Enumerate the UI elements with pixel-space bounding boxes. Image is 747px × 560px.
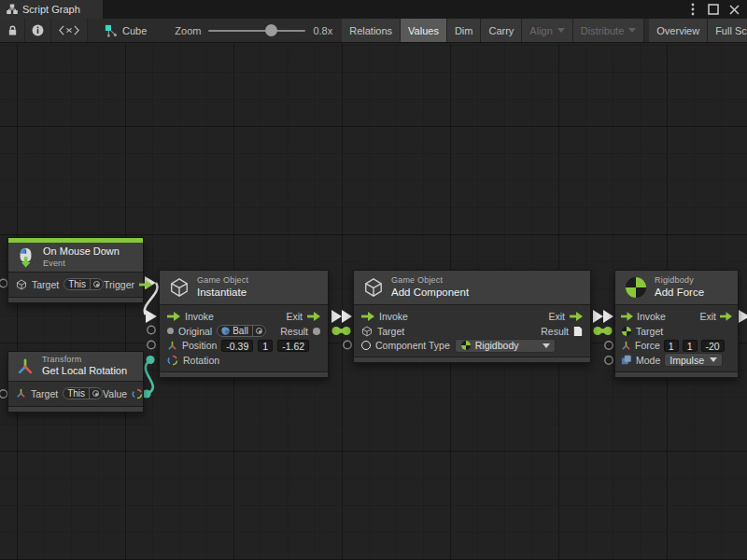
graph-toolbar: Cube Zoom 0.8x Relations Values Dim Carr…: [0, 19, 747, 43]
node-footer: [8, 297, 143, 302]
tab-script-graph[interactable]: Script Graph: [0, 0, 103, 19]
info-icon: [32, 24, 44, 36]
value-label: Value: [103, 388, 127, 399]
window-close-button[interactable]: [726, 2, 741, 17]
window-maximize-button[interactable]: [706, 2, 721, 17]
overview-button[interactable]: Overview: [649, 19, 708, 42]
transform-icon: [16, 388, 26, 399]
target-object-chip[interactable]: This: [63, 278, 104, 290]
flow-arrow-icon[interactable]: [570, 312, 583, 321]
node-add-force[interactable]: Rigidbody Add Force Invoke Exit: [614, 270, 739, 378]
rotation-label: Rotation: [183, 355, 219, 366]
node-get-local-rotation[interactable]: Transform Get Local Rotation Target This: [7, 351, 144, 413]
code-icon: [59, 25, 79, 35]
game-object-icon: [16, 279, 27, 290]
wire-result-to-target-2[interactable]: [598, 329, 608, 333]
object-picker-icon[interactable]: [90, 279, 103, 289]
code-view-button[interactable]: [51, 19, 88, 42]
node-footer: [8, 406, 143, 412]
component-type-value: Rigidbody: [475, 340, 519, 351]
wire-invoke-add-force[interactable]: [603, 310, 613, 323]
exit-label: Exit: [548, 311, 565, 322]
node-category: Game Object: [391, 275, 469, 286]
node-add-component[interactable]: Game Object Add Component Invoke Exit: [353, 270, 591, 363]
full-screen-button[interactable]: Full Screen: [708, 19, 747, 42]
zoom-slider-track[interactable]: [208, 30, 305, 32]
flow-arrow-icon[interactable]: [361, 312, 374, 321]
zoom-slider-handle[interactable]: [265, 24, 277, 36]
graph-canvas[interactable]: On Mouse Down Event Target This Trigger: [0, 44, 747, 560]
exit-label: Exit: [699, 311, 716, 322]
force-z-field[interactable]: -20: [701, 340, 725, 352]
wire-exit-add-force[interactable]: [739, 310, 747, 323]
flow-arrow-icon[interactable]: [307, 312, 320, 321]
trigger-label: Trigger: [104, 279, 134, 290]
position-z-field[interactable]: -1.62: [277, 340, 309, 352]
type-port-icon[interactable]: [361, 341, 371, 350]
object-picker-icon[interactable]: [252, 326, 265, 336]
carry-button[interactable]: Carry: [481, 19, 522, 42]
node-instantiate[interactable]: Game Object Instantiate Invoke Exit: [159, 270, 329, 378]
document-icon[interactable]: [573, 326, 583, 337]
node-title: On Mouse Down: [43, 245, 120, 259]
flow-arrow-icon[interactable]: [720, 312, 732, 321]
object-picker-icon[interactable]: [89, 388, 102, 399]
node-title: Get Local Rotation: [42, 365, 127, 378]
zoom-control: Zoom 0.8x: [156, 19, 342, 42]
graph-hierarchy-icon: [7, 4, 18, 15]
flow-arrow-icon[interactable]: [167, 312, 180, 321]
port-add-force-mode[interactable]: [605, 357, 613, 364]
transform-icon: [16, 357, 35, 376]
invoke-label: Invoke: [637, 311, 666, 322]
wire-invoke-add-component[interactable]: [342, 310, 352, 323]
dim-button[interactable]: Dim: [447, 19, 482, 42]
port-result-out-2[interactable]: [593, 327, 601, 335]
value-port-icon[interactable]: [167, 328, 174, 334]
target-value: This: [63, 388, 89, 399]
wire-exit-instantiate[interactable]: [331, 310, 342, 323]
node-on-mouse-down[interactable]: On Mouse Down Event Target This Trigger: [7, 237, 144, 303]
flow-arrow-icon[interactable]: [139, 280, 152, 289]
port-rotation-in[interactable]: [146, 356, 154, 364]
port-on-mouse-down-target[interactable]: [0, 279, 7, 287]
distribute-label: Distribute: [581, 25, 624, 36]
target-label: Target: [636, 326, 663, 337]
port-instantiate-original[interactable]: [148, 326, 155, 333]
values-button[interactable]: Values: [401, 19, 447, 42]
align-dropdown-button[interactable]: Align: [522, 19, 572, 42]
window-menu-button[interactable]: [685, 2, 700, 17]
target-object-chip[interactable]: This: [63, 387, 103, 399]
wire-result-to-target-1[interactable]: [336, 329, 346, 333]
flow-arrow-icon[interactable]: [621, 312, 633, 321]
result-label: Result: [541, 326, 569, 337]
relations-button[interactable]: Relations: [342, 19, 401, 42]
distribute-dropdown-button[interactable]: Distribute: [573, 19, 644, 42]
quaternion-icon: [167, 355, 178, 366]
port-target-in-1[interactable]: [342, 327, 350, 335]
port-add-component-type[interactable]: [344, 341, 351, 348]
port-result-out-1[interactable]: [331, 327, 340, 335]
position-x-field[interactable]: -0.39: [221, 340, 253, 352]
game-object-icon: [361, 326, 373, 337]
result-port-icon[interactable]: [313, 328, 320, 335]
force-mode-dropdown[interactable]: Impulse: [664, 353, 723, 367]
wire-arrow-invoke-in[interactable]: [146, 310, 157, 323]
port-instantiate-position[interactable]: [148, 341, 155, 348]
target-value: This: [64, 279, 90, 289]
invoke-label: Invoke: [185, 311, 214, 322]
port-target-in-2[interactable]: [603, 327, 612, 335]
port-add-force-force[interactable]: [605, 342, 613, 349]
wire-value-to-rotation[interactable]: [146, 361, 153, 395]
force-y-field[interactable]: 1: [683, 340, 698, 352]
component-type-dropdown[interactable]: Rigidbody: [455, 339, 556, 353]
node-title: Instantiate: [197, 286, 248, 299]
position-y-field[interactable]: 1: [258, 340, 273, 352]
wire-exit-add-component[interactable]: [593, 310, 603, 323]
force-mode-icon: [621, 355, 632, 366]
node-title: Add Component: [391, 286, 469, 299]
port-get-local-rotation-target[interactable]: [0, 390, 7, 398]
lock-button[interactable]: [0, 19, 25, 42]
force-x-field[interactable]: 1: [664, 340, 679, 352]
original-object-chip[interactable]: Ball: [217, 325, 266, 337]
info-button[interactable]: [25, 19, 51, 42]
